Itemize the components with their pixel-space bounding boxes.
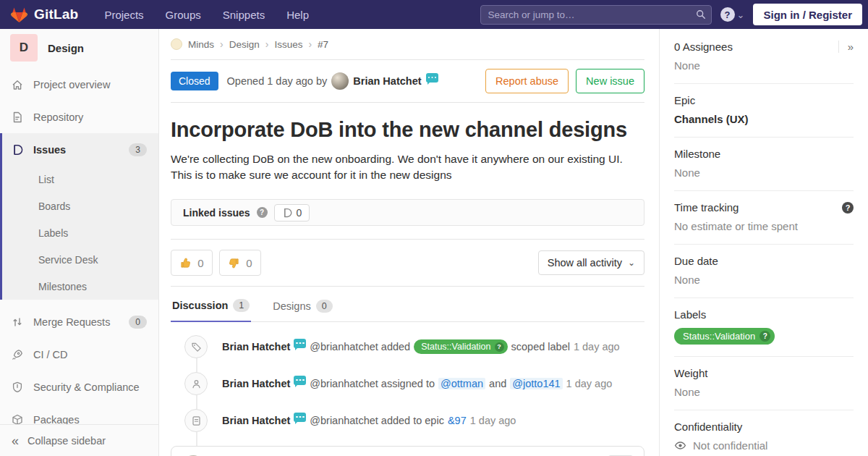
- activity-item-label: Brian Hatchet @brianhatchet added Status…: [171, 335, 644, 358]
- collapse-sidebar-button[interactable]: « Collapse sidebar: [0, 424, 158, 456]
- assignees-value: None: [674, 59, 854, 72]
- breadcrumb-separator-icon: ›: [220, 38, 224, 50]
- author-name[interactable]: Brian Hatchet: [353, 75, 421, 87]
- nav-groups[interactable]: Groups: [166, 9, 201, 21]
- time-tracking-help-icon[interactable]: ?: [842, 202, 854, 214]
- project-context-header[interactable]: D Design: [0, 29, 158, 67]
- collapse-left-icon: «: [12, 434, 19, 447]
- mention-link[interactable]: @ottman: [438, 378, 485, 389]
- breadcrumb-issues[interactable]: Issues: [274, 39, 302, 50]
- sidebar-item-milestones[interactable]: Milestones: [2, 273, 158, 300]
- collapse-right-sidebar-icon[interactable]: »: [838, 41, 854, 53]
- linked-issues-count: 0: [297, 207, 302, 219]
- activity-author[interactable]: Brian Hatchet: [222, 341, 290, 352]
- search-input[interactable]: [480, 5, 712, 25]
- confidentiality-title: Confidentiality: [674, 421, 742, 433]
- sidebar-item-label: Security & Compliance: [33, 381, 140, 393]
- group-avatar: [171, 38, 182, 50]
- issues-section: Issues 3 List Boards Labels Service Desk…: [0, 133, 158, 300]
- thumbs-up-icon: [179, 257, 192, 269]
- activity-author[interactable]: Brian Hatchet: [222, 415, 290, 426]
- sidebar-item-security[interactable]: Security & Compliance: [0, 371, 158, 403]
- speech-bubble-badge-icon: [294, 376, 306, 385]
- sidebar-item-service-desk[interactable]: Service Desk: [2, 246, 158, 273]
- activity-timestamp[interactable]: 1 day ago: [574, 341, 620, 352]
- time-tracking-block: Time tracking ? No estimate or time spen…: [674, 191, 854, 245]
- activity-text: scoped label: [511, 341, 570, 352]
- activity-text: @brianhatchet assigned to: [310, 378, 435, 389]
- activity-text: and: [489, 378, 506, 389]
- activity-filter-dropdown[interactable]: Show all activity ⌄: [538, 250, 644, 275]
- issue-metadata-sidebar: 0 Assignees » None Epic Channels (UX) Mi…: [659, 29, 868, 456]
- sidebar-item-merge-requests[interactable]: Merge Requests 0: [0, 305, 158, 338]
- shield-icon: [12, 381, 23, 393]
- scoped-label-pill[interactable]: Status::Validation ?: [414, 339, 507, 354]
- sidebar-item-repository[interactable]: Repository: [0, 101, 158, 133]
- epic-value[interactable]: Channels (UX): [674, 113, 854, 125]
- epic-icon: [191, 415, 202, 426]
- tab-designs[interactable]: Designs 0: [271, 290, 333, 321]
- assignees-title: 0 Assignees: [674, 41, 733, 53]
- issue-description: We're collecting DoB on the new onboardi…: [171, 151, 644, 183]
- report-abuse-button[interactable]: Report abuse: [485, 69, 569, 93]
- activity-item-assign: Brian Hatchet @brianhatchet assigned to …: [171, 372, 644, 395]
- issue-status-row: Closed Opened 1 day ago by Brian Hatchet…: [171, 60, 644, 103]
- thumbs-down-icon: [228, 257, 240, 269]
- issues-icon: [12, 144, 23, 156]
- chevron-down-icon: ⌄: [737, 9, 745, 20]
- sidebar-item-issues-list[interactable]: List: [2, 166, 158, 193]
- activity-text: @brianhatchet added: [310, 341, 410, 352]
- filter-label: Show all activity: [548, 257, 622, 269]
- mention-link[interactable]: @jotto141: [510, 378, 562, 389]
- milestone-value: None: [674, 166, 854, 179]
- designs-count-badge: 0: [316, 300, 333, 313]
- breadcrumb-project[interactable]: Design: [229, 39, 260, 50]
- project-sidebar: D Design Project overview Repository Iss…: [0, 29, 159, 456]
- breadcrumb-separator-icon: ›: [308, 38, 312, 50]
- activity-timestamp[interactable]: 1 day ago: [470, 415, 516, 426]
- sign-in-button[interactable]: Sign in / Register: [753, 4, 862, 25]
- search-icon: [696, 9, 706, 20]
- activity-author[interactable]: Brian Hatchet: [222, 378, 290, 389]
- sidebar-item-labels[interactable]: Labels: [2, 219, 158, 246]
- author-avatar[interactable]: [331, 72, 349, 90]
- epic-link[interactable]: &97: [448, 415, 467, 426]
- activity-item-epic: Brian Hatchet @brianhatchet added to epi…: [171, 409, 644, 432]
- new-issue-button[interactable]: New issue: [576, 69, 644, 93]
- help-menu[interactable]: ? ⌄: [720, 7, 745, 22]
- sidebar-item-issues[interactable]: Issues 3: [2, 133, 158, 166]
- tag-icon: [191, 342, 202, 352]
- nav-help[interactable]: Help: [286, 9, 309, 21]
- label-pill[interactable]: Status::Validation ?: [674, 328, 775, 345]
- sidebar-item-cicd[interactable]: CI / CD: [0, 338, 158, 371]
- tab-discussion[interactable]: Discussion 1: [171, 290, 251, 322]
- nav-projects[interactable]: Projects: [104, 9, 143, 21]
- activity-timestamp[interactable]: 1 day ago: [566, 378, 613, 389]
- labels-title: Labels: [674, 308, 706, 321]
- weight-value: None: [674, 386, 854, 398]
- gitlab-logo[interactable]: GitLab: [10, 6, 78, 24]
- label-text: Status::Validation: [683, 331, 755, 342]
- activity-feed: Brian Hatchet @brianhatchet added Status…: [171, 322, 644, 456]
- speech-bubble-badge-icon: [426, 73, 438, 83]
- tab-label: Designs: [273, 300, 310, 312]
- opened-text: Opened 1 day ago by: [227, 75, 328, 87]
- thumbs-down-button[interactable]: 0: [219, 250, 261, 276]
- document-icon: [12, 111, 23, 123]
- breadcrumb-group[interactable]: Minds: [188, 39, 214, 50]
- sidebar-item-boards[interactable]: Boards: [2, 193, 158, 219]
- sidebar-item-project-overview[interactable]: Project overview: [0, 68, 158, 101]
- label-help-icon: ?: [495, 342, 504, 352]
- help-icon: ?: [720, 7, 735, 22]
- thumbs-up-button[interactable]: 0: [171, 250, 213, 276]
- linked-issues-help-icon[interactable]: ?: [257, 207, 268, 218]
- collapse-sidebar-label: Collapse sidebar: [27, 435, 106, 447]
- nav-snippets[interactable]: Snippets: [223, 9, 265, 21]
- time-tracking-value: No estimate or time spent: [674, 220, 854, 232]
- label-text: Status::Validation: [421, 342, 490, 352]
- linked-issues-count-button[interactable]: 0: [274, 204, 310, 221]
- issue-count-icon: [282, 208, 292, 218]
- due-date-value: None: [674, 274, 854, 286]
- milestone-title: Milestone: [674, 148, 720, 160]
- issue-page: Minds › Design › Issues › #7 Closed Open…: [159, 29, 659, 456]
